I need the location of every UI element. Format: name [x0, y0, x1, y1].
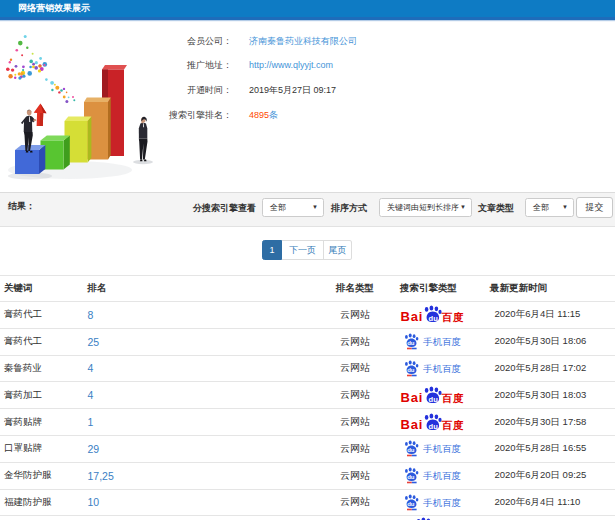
svg-text:手机百度: 手机百度 — [423, 444, 461, 455]
svg-text:du: du — [429, 421, 439, 430]
svg-text:百度: 百度 — [442, 392, 465, 404]
svg-text:du: du — [407, 474, 415, 480]
svg-text:du: du — [407, 340, 415, 346]
svg-text:du: du — [429, 394, 439, 403]
svg-text:Bai: Bai — [401, 309, 424, 324]
svg-text:du: du — [407, 367, 415, 373]
svg-text:Bai: Bai — [401, 390, 424, 405]
svg-text:手机百度: 手机百度 — [423, 470, 461, 481]
svg-text:du: du — [429, 314, 439, 323]
svg-text:手机百度: 手机百度 — [423, 336, 461, 347]
svg-text:Bai: Bai — [401, 417, 424, 432]
svg-text:手机百度: 手机百度 — [423, 497, 461, 508]
svg-text:du: du — [407, 448, 415, 454]
svg-text:du: du — [407, 501, 415, 507]
svg-text:手机百度: 手机百度 — [423, 363, 461, 374]
svg-text:百度: 百度 — [442, 311, 465, 323]
svg-text:百度: 百度 — [442, 419, 465, 431]
